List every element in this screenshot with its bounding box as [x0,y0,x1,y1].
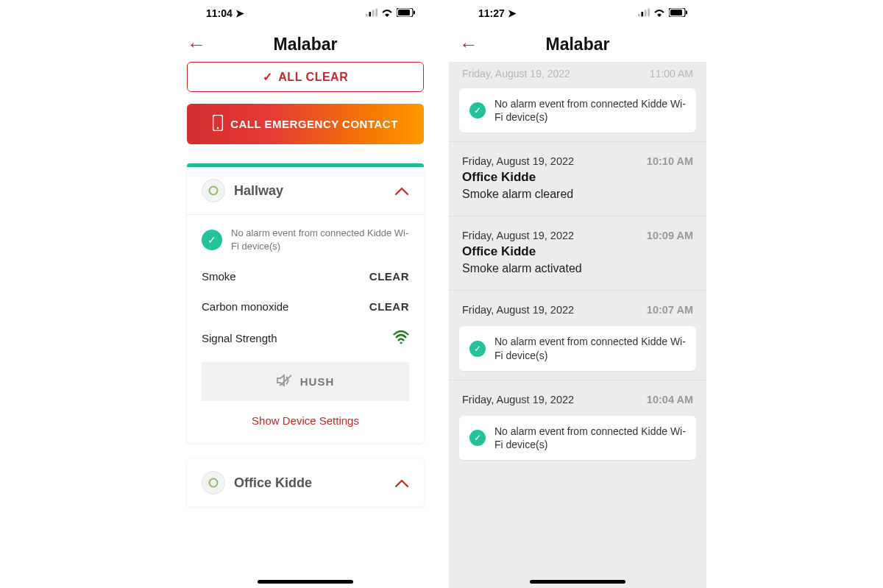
chevron-up-icon [394,181,409,200]
back-arrow-icon[interactable]: ← [459,35,478,54]
event-date: Friday, August 19, 2022 [462,68,570,79]
battery-icon [669,7,688,19]
no-alarm-text: No alarm event from connected Kidde Wi-F… [231,227,409,252]
page-title: Malabar [177,35,434,54]
svg-rect-14 [648,8,650,16]
device-settings-link[interactable]: Show Device Settings [202,401,409,440]
status-bar: 11:04 ➤ [177,0,434,26]
svg-rect-13 [645,10,647,16]
event-time: 10:07 AM [647,304,693,316]
call-emergency-button[interactable]: CALL EMERGENCY CONTACT [187,104,424,144]
event-pill: ✓ No alarm event from connected Kidde Wi… [459,326,696,370]
status-time: 11:04 [206,7,233,19]
nav-bar: ← Malabar [449,26,706,62]
status-bar: 11:27 ➤ [449,0,706,26]
svg-rect-6 [414,11,415,15]
main-content: ✓ ALL CLEAR CALL EMERGENCY CONTACT Hallw… [177,62,434,588]
nav-bar: ← Malabar [177,26,434,62]
all-clear-label: ALL CLEAR [278,71,348,84]
device-card-body: ✓ No alarm event from connected Kidde Wi… [187,215,424,443]
svg-rect-1 [369,12,371,16]
all-clear-banner[interactable]: ✓ ALL CLEAR [187,62,424,92]
svg-rect-11 [638,13,640,16]
status-time: 11:27 [478,7,505,19]
event-date: Friday, August 19, 2022 [462,394,574,405]
home-indicator[interactable] [530,580,625,584]
event-block: Friday, August 19, 2022 10:07 AM [449,290,706,320]
event-pill-text: No alarm event from connected Kidde Wi-F… [494,425,686,451]
check-circle-icon: ✓ [202,230,222,250]
back-arrow-icon[interactable]: ← [187,35,206,54]
home-indicator[interactable] [258,580,353,584]
wifi-icon [381,7,393,21]
battery-icon [397,7,416,19]
signal-row: Signal Strength [202,322,409,355]
event-message: Smoke alarm activated [462,262,693,275]
device-card-header[interactable]: Office Kidde [187,459,424,506]
device-card-hallway: Hallway ✓ No alarm event from connected … [187,163,424,443]
event-time: 10:09 AM [647,230,693,241]
event-pill-text: No alarm event from connected Kidde Wi-F… [494,335,686,361]
signal-label: Signal Strength [202,332,277,344]
co-label: Carbon monoxide [202,300,288,313]
device-name: Hallway [234,183,386,199]
event-date: Friday, August 19, 2022 [462,304,574,316]
event-message: Smoke alarm cleared [462,188,693,201]
svg-point-9 [400,341,402,344]
hush-button[interactable]: HUSH [202,362,409,401]
event-partial-row: Friday, August 19, 2022 11:00 AM [449,62,706,82]
phone-icon [213,115,223,133]
call-emergency-label: CALL EMERGENCY CONTACT [230,118,398,130]
event-block: Friday, August 19, 2022 10:04 AM [449,380,706,410]
no-alarm-row: ✓ No alarm event from connected Kidde Wi… [202,227,409,261]
page-title: Malabar [449,35,706,54]
device-icon [202,179,225,202]
co-status: CLEAR [369,300,409,313]
event-block: Friday, August 19, 2022 10:10 AM Office … [449,141,706,216]
cellular-icon [366,7,377,21]
chevron-up-icon [394,473,409,492]
event-time: 11:00 AM [650,68,693,79]
event-date: Friday, August 19, 2022 [462,230,574,241]
event-device: Office Kidde [462,244,693,259]
check-icon: ✓ [263,70,273,84]
event-time: 10:10 AM [647,155,693,167]
wifi-strength-icon [393,330,409,346]
svg-rect-5 [398,10,410,15]
co-row: Carbon monoxide CLEAR [202,291,409,322]
wifi-icon [653,7,665,21]
device-name: Office Kidde [234,475,386,491]
svg-rect-17 [686,11,687,15]
phone-left: 11:04 ➤ ← Malabar ✓ ALL CLEAR CA [177,0,434,588]
event-block: Friday, August 19, 2022 10:09 AM Office … [449,216,706,290]
smoke-label: Smoke [202,270,236,283]
cellular-icon [638,7,650,21]
svg-point-8 [217,127,219,130]
event-pill: ✓ No alarm event from connected Kidde Wi… [459,416,696,460]
device-icon [202,471,225,495]
event-time: 10:04 AM [647,394,693,405]
svg-rect-12 [641,12,643,16]
check-circle-icon: ✓ [469,341,486,357]
phone-right: 11:27 ➤ ← Malabar Friday, August 19, 202… [449,0,706,588]
smoke-status: CLEAR [369,270,409,283]
smoke-row: Smoke CLEAR [202,261,409,291]
check-circle-icon: ✓ [469,430,486,446]
event-date: Friday, August 19, 2022 [462,155,574,167]
svg-rect-16 [670,10,682,15]
event-pill: ✓ No alarm event from connected Kidde Wi… [459,88,696,132]
mute-icon [277,374,293,389]
svg-rect-2 [372,10,375,16]
device-card-header[interactable]: Hallway [187,167,424,215]
event-device: Office Kidde [462,170,693,185]
check-circle-icon: ✓ [469,102,486,118]
location-arrow-icon: ➤ [235,7,244,19]
event-list[interactable]: Friday, August 19, 2022 11:00 AM ✓ No al… [449,62,706,588]
event-pill-text: No alarm event from connected Kidde Wi-F… [494,97,686,124]
svg-rect-3 [375,8,377,16]
device-card-office: Office Kidde [187,459,424,506]
location-arrow-icon: ➤ [508,7,517,19]
hush-label: HUSH [300,375,335,388]
svg-rect-0 [366,13,368,16]
